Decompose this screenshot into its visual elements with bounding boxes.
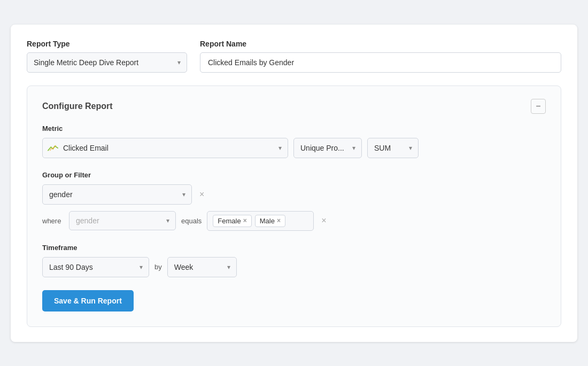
collapse-icon: − (536, 102, 540, 111)
report-name-field: Report Name (200, 40, 561, 73)
tags-container[interactable]: Female × Male × (207, 211, 314, 231)
tag-female: Female × (213, 215, 251, 227)
save-run-button[interactable]: Save & Run Report (42, 290, 134, 312)
tag-female-label: Female (218, 217, 241, 225)
group-filter-remove-button[interactable]: × (197, 188, 206, 201)
configure-panel: Configure Report − Metric Clic (27, 85, 561, 327)
by-label: by (154, 263, 162, 271)
group-filter-select-wrapper[interactable]: gender age city country ▾ (42, 184, 192, 205)
timeframe-select-wrapper[interactable]: Last 90 Days Last 30 Days Last 7 Days Cu… (42, 257, 149, 277)
tag-male-remove[interactable]: × (277, 217, 281, 224)
group-filter-x-icon: × (199, 190, 204, 199)
report-container: Report Type Single Metric Deep Dive Repo… (11, 25, 577, 342)
group-filter-row: gender age city country ▾ × (42, 184, 546, 205)
configure-header: Configure Report − (42, 99, 546, 114)
metric-row: Clicked Email Opened Email Sent Email ▾ … (42, 138, 546, 158)
where-label: where (42, 217, 64, 225)
aggregation-select[interactable]: SUM AVG COUNT (367, 138, 419, 158)
tag-male: Male × (255, 215, 285, 227)
period-select[interactable]: Week Day Month (167, 257, 237, 277)
report-type-select-wrapper[interactable]: Single Metric Deep Dive Report Multi-Met… (27, 52, 187, 73)
property-select-wrapper[interactable]: Unique Pro... All Unique ▾ (293, 138, 362, 158)
timeframe-select[interactable]: Last 90 Days Last 30 Days Last 7 Days Cu… (42, 257, 149, 277)
where-x-icon: × (321, 216, 326, 225)
report-name-label: Report Name (200, 40, 561, 48)
configure-title: Configure Report (42, 102, 113, 111)
metric-label: Metric (42, 124, 546, 133)
group-filter-label: Group or Filter (42, 171, 546, 179)
tag-female-remove[interactable]: × (243, 217, 247, 224)
tag-male-label: Male (260, 217, 275, 225)
timeframe-label: Timeframe (42, 244, 546, 252)
timeframe-section: Timeframe Last 90 Days Last 30 Days Last… (42, 244, 546, 277)
metric-section: Metric Clicked Email Opened Email Sent E… (42, 124, 546, 158)
group-filter-select[interactable]: gender age city country (42, 184, 192, 205)
property-select[interactable]: Unique Pro... All Unique (293, 138, 362, 158)
where-row: where gender gender ▾ equals Female × (42, 211, 546, 231)
metric-select[interactable]: Clicked Email Opened Email Sent Email (42, 138, 288, 158)
top-row: Report Type Single Metric Deep Dive Repo… (27, 40, 561, 73)
metric-select-wrapper[interactable]: Clicked Email Opened Email Sent Email ▾ (42, 138, 288, 158)
report-type-field: Report Type Single Metric Deep Dive Repo… (27, 40, 187, 73)
timeframe-row: Last 90 Days Last 30 Days Last 7 Days Cu… (42, 257, 546, 277)
where-select[interactable]: gender gender (69, 211, 176, 230)
period-select-wrapper[interactable]: Week Day Month ▾ (167, 257, 237, 277)
save-run-label: Save & Run Report (54, 297, 122, 305)
collapse-button[interactable]: − (531, 99, 546, 114)
equals-label: equals (181, 217, 202, 225)
where-select-wrapper[interactable]: gender gender ▾ (69, 211, 176, 230)
report-type-select[interactable]: Single Metric Deep Dive Report Multi-Met… (27, 52, 187, 73)
report-type-label: Report Type (27, 40, 187, 48)
group-filter-section: Group or Filter gender age city country … (42, 171, 546, 231)
report-name-input[interactable] (200, 52, 561, 73)
where-remove-button[interactable]: × (319, 214, 328, 228)
aggregation-select-wrapper[interactable]: SUM AVG COUNT ▾ (367, 138, 419, 158)
